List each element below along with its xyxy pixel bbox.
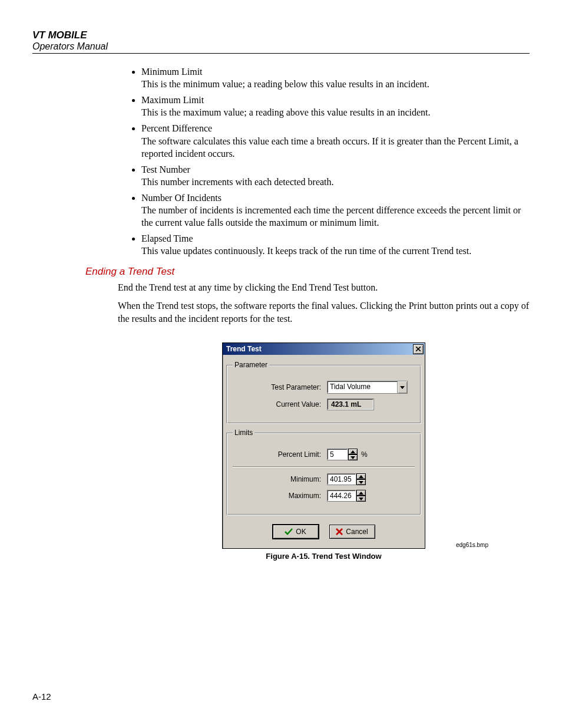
limits-group: Limits Percent Limit: 5 %	[226, 429, 421, 515]
list-item: Percent Difference The software calculat…	[141, 122, 530, 159]
chevron-up-icon	[359, 475, 363, 478]
x-icon	[336, 528, 343, 535]
group-legend: Limits	[233, 429, 254, 437]
paragraph: End the Trend test at any time by clicki…	[118, 281, 530, 294]
label-maximum: Maximum:	[233, 492, 327, 500]
spin-up-button[interactable]	[356, 473, 366, 479]
list-item: Minimum Limit This is the minimum value;…	[141, 65, 530, 90]
ok-button[interactable]: OK	[273, 525, 319, 539]
page-header: VT MOBILE Operators Manual	[32, 29, 530, 54]
header-title: VT MOBILE	[32, 29, 530, 41]
minimum-input[interactable]: 401.95	[327, 473, 356, 485]
page-number: A-12	[32, 691, 51, 701]
dropdown-button[interactable]	[397, 381, 407, 393]
cancel-button[interactable]: Cancel	[329, 525, 375, 539]
dialog-title: Trend Test	[226, 345, 262, 353]
term: Percent Difference	[141, 122, 530, 134]
chevron-down-icon	[359, 498, 363, 500]
spin-down-button[interactable]	[356, 479, 366, 485]
check-icon	[285, 528, 293, 535]
spin-up-button[interactable]	[348, 449, 358, 454]
dropdown-value: Tidal Volume	[328, 381, 397, 393]
term: Number Of Incidents	[141, 192, 530, 204]
list-item: Maximum Limit This is the maximum value;…	[141, 94, 530, 118]
term-desc: This is the minimum value; a reading bel…	[141, 79, 429, 89]
test-parameter-dropdown[interactable]: Tidal Volume	[327, 381, 408, 394]
label-percent-limit: Percent Limit:	[233, 450, 327, 459]
chevron-down-icon	[359, 481, 363, 484]
separator	[233, 466, 415, 467]
current-value-field: 423.1 mL	[327, 398, 374, 410]
label-minimum: Minimum:	[233, 475, 327, 483]
chevron-up-icon	[351, 450, 355, 453]
image-filename: edg61s.bmp	[118, 542, 530, 548]
dialog-titlebar: Trend Test	[223, 343, 425, 355]
label-test-parameter: Test Parameter:	[233, 383, 327, 391]
list-item: Number Of Incidents The number of incide…	[141, 192, 530, 229]
list-item: Elapsed Time This value updates continuo…	[141, 232, 530, 257]
term-desc: The number of incidents is incremented e…	[141, 205, 521, 228]
parameter-group: Parameter Test Parameter: Tidal Volume	[226, 361, 421, 424]
group-legend: Parameter	[233, 361, 269, 369]
ok-label: OK	[296, 528, 306, 536]
term: Elapsed Time	[141, 232, 530, 245]
label-current-value: Current Value:	[233, 400, 327, 409]
term-desc: The software calculates this value each …	[141, 136, 518, 159]
section-heading: Ending a Trend Test	[85, 266, 530, 278]
term-desc: This number increments with each detecte…	[141, 177, 334, 187]
list-item: Test Number This number increments with …	[141, 163, 530, 188]
minimum-stepper[interactable]: 401.95	[327, 473, 366, 485]
header-subtitle: Operators Manual	[32, 41, 530, 52]
maximum-input[interactable]: 444.26	[327, 490, 356, 502]
chevron-up-icon	[359, 492, 363, 495]
definition-list: Minimum Limit This is the minimum value;…	[118, 65, 530, 258]
close-button[interactable]	[413, 344, 424, 354]
cancel-label: Cancel	[346, 528, 368, 536]
term-desc: This value updates continuously. It keep…	[141, 246, 471, 256]
term: Minimum Limit	[141, 65, 530, 78]
close-icon	[416, 347, 421, 351]
term: Maximum Limit	[141, 94, 530, 106]
chevron-down-icon	[400, 386, 405, 389]
percent-limit-stepper[interactable]: 5	[327, 449, 358, 460]
spin-up-button[interactable]	[356, 490, 366, 496]
paragraph: When the Trend test stops, the software …	[118, 299, 530, 325]
percent-unit: %	[361, 450, 368, 459]
spin-down-button[interactable]	[348, 454, 358, 460]
figure-caption: Figure A-15. Trend Test Window	[118, 552, 530, 561]
term: Test Number	[141, 163, 530, 176]
chevron-down-icon	[351, 456, 355, 459]
spin-down-button[interactable]	[356, 496, 366, 502]
term-desc: This is the maximum value; a reading abo…	[141, 107, 431, 117]
percent-limit-input[interactable]: 5	[327, 449, 348, 460]
maximum-stepper[interactable]: 444.26	[327, 490, 366, 502]
trend-test-dialog: Trend Test Parameter Test Parameter:	[222, 342, 425, 549]
